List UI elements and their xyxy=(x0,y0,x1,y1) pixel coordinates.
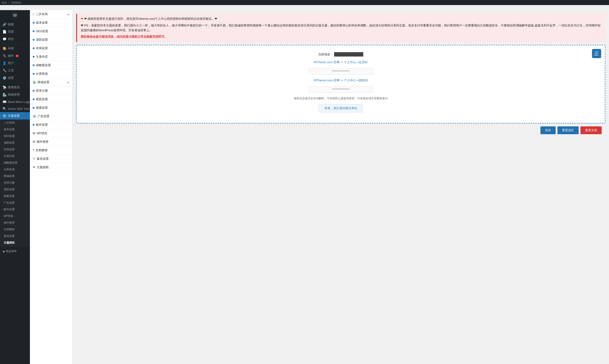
auth-code-link-row: RiTheme.com-官网 -> 个人中心->授权码 xyxy=(283,78,398,82)
admin-bar: 站点 | 访问站点 xyxy=(0,0,609,5)
auth-code-input[interactable] xyxy=(308,86,373,93)
collapse-menu[interactable]: ◀ 收起菜单 xyxy=(2,248,28,254)
admin-bar-visit[interactable]: 访问站点 xyxy=(11,1,21,4)
sub-item-13[interactable]: 广告设置 xyxy=(0,199,30,206)
dot-icon xyxy=(33,47,35,49)
sidebar-item-plugin[interactable]: 🔌 插件 1 xyxy=(0,52,30,60)
dot-icon xyxy=(33,90,35,92)
notice-box: ❤ ❤ 感谢您使用本主题进行创作，请先填写ritheme.com个人中心您的授权… xyxy=(76,14,605,42)
notice-highlight: 授权错误会提示错误消息，成功则显示授权正常后刷新页面即可。 xyxy=(81,35,602,39)
auth-box: 正 当前域名： ████████████ RiTheme.com-官网 -> 个… xyxy=(76,45,605,123)
sec-item-13[interactable]: ⚙️ 广告设置 xyxy=(30,112,72,121)
sidebar-item-seo-push[interactable]: 📡 搜索推送 xyxy=(0,84,30,91)
sub-item-15[interactable]: WP优化 xyxy=(0,213,30,220)
sidebar-item-appearance[interactable]: 🎨 外观 xyxy=(0,45,30,52)
sidebar-item-theme-settings[interactable]: ⚙️ 主题设置 xyxy=(0,112,30,119)
sub-item-18[interactable]: 备份设置 xyxy=(0,233,30,239)
sub-item-12[interactable]: 搜索设置 xyxy=(0,193,30,199)
shield-icon: 🛡 xyxy=(33,157,35,160)
activate-row: 恭喜，您已成功激活本站 xyxy=(283,104,398,112)
sec-item-2[interactable]: 基本设置 xyxy=(30,19,72,27)
sec-item-17[interactable]: ? 文档教程 xyxy=(30,146,72,155)
sec-item-6[interactable]: 文章内页 xyxy=(30,53,72,61)
save-button[interactable]: 保存 xyxy=(540,126,556,134)
reset-select-button[interactable]: 重置选区 xyxy=(557,126,579,134)
auth-form: 当前域名： ████████████ RiTheme.com-官网 -> 个人中… xyxy=(283,52,398,112)
sub-item-6[interactable]: 文章内页 xyxy=(0,153,30,159)
sidebar-item-smart-seo[interactable]: 🔍 Smart SEO Tool xyxy=(0,105,30,112)
dot-icon xyxy=(33,64,35,66)
domain-row: 当前域名： ████████████ xyxy=(283,52,398,56)
sub-item-5[interactable]: 布局设置 xyxy=(0,146,30,153)
sub-item-19[interactable]: 主题授权 xyxy=(0,239,30,246)
sub-item-8[interactable]: 分类筛选 xyxy=(0,166,30,173)
sidebar-item-chain[interactable]: 🔗 链接 xyxy=(0,21,30,28)
sec-item-15[interactable]: W WP优化 xyxy=(30,129,72,138)
sec-item-4[interactable]: 顶部设置 xyxy=(30,36,72,44)
dot-icon xyxy=(33,98,35,100)
activate-button[interactable]: 恭喜，您已成功激活本站 xyxy=(319,104,363,112)
member-id-input[interactable] xyxy=(308,68,373,75)
shop-icon: 🏪 xyxy=(33,81,36,84)
sec-item-3[interactable]: SEO设置 xyxy=(30,27,72,36)
domain-label: 当前域名： xyxy=(318,53,333,56)
sidebar-item-page[interactable]: 📄 页面 xyxy=(0,28,30,35)
sub-item-3[interactable]: SEO设置 xyxy=(0,133,30,140)
setting-icon: ⚙️ xyxy=(2,76,6,80)
sidebar-item-user[interactable]: 👤 用户 xyxy=(0,60,30,67)
admin-bar-site[interactable]: 站点 xyxy=(2,1,7,4)
sec-item-12[interactable]: 搜索设置 xyxy=(30,104,72,112)
shield-badge: 正 xyxy=(592,49,601,58)
sub-item-4[interactable]: 顶部设置 xyxy=(0,140,30,146)
sub-item-7[interactable]: 缩略图设置 xyxy=(0,159,30,166)
sub-sidebar: 二开布局 基本设置 SEO设置 顶部设置 布局设置 文章内页 缩略图设置 分类筛… xyxy=(0,119,30,246)
sub-item-16[interactable]: 插件推荐 xyxy=(0,220,30,226)
sub-item-9[interactable]: 商城设置 xyxy=(0,173,30,180)
dot-icon xyxy=(33,124,35,126)
sec-item-11[interactable]: 底部设置 xyxy=(30,95,72,104)
member-id-link[interactable]: RiTheme.com-官网 -> 个人中心->会员ID xyxy=(283,60,398,64)
member-id-link-row: RiTheme.com-官网 -> 个人中心->会员ID xyxy=(283,60,398,64)
secondary-sidebar: □ 二开布局 ▶ 基本设置 SEO设置 顶部设 xyxy=(30,10,72,364)
wp-icon: W xyxy=(33,132,35,135)
sub-item-14[interactable]: 邮件设置 xyxy=(0,206,30,213)
collapse-icon: ◀ xyxy=(2,250,4,253)
sub-item-2[interactable]: 基本设置 xyxy=(0,126,30,133)
sub-item-11[interactable]: 底部设置 xyxy=(0,186,30,193)
sidebar-item-shop[interactable]: 🏪 商城管理 xyxy=(0,91,30,98)
sec-item-19[interactable]: 👁 主题授权 xyxy=(30,163,72,172)
sec-item-14[interactable]: 邮件设置 xyxy=(30,121,72,129)
arrow-icon: ▶ xyxy=(68,81,69,84)
sub-item-10[interactable]: 登录注册 xyxy=(0,180,30,186)
plugin-badge: 1 xyxy=(16,54,19,57)
sec-item-8[interactable]: 分类筛选 xyxy=(30,70,72,78)
sec-item-9[interactable]: 🏪 商城设置 ▶ xyxy=(30,78,72,87)
sidebar-item-setting[interactable]: ⚙️ 设置 xyxy=(0,74,30,82)
sub-item-1[interactable]: 二开布局 xyxy=(0,119,30,126)
reset-all-button[interactable]: 重置全部 xyxy=(581,126,602,134)
dot-icon xyxy=(33,30,35,32)
sec-item-7[interactable]: 缩略图设置 xyxy=(30,61,72,70)
sec-item-18[interactable]: 🛡 备份设置 xyxy=(30,155,72,163)
seo-push-icon: 📡 xyxy=(2,86,6,89)
sec-item-16[interactable]: W 插件推荐 xyxy=(30,138,72,146)
member-id-input-row xyxy=(283,68,398,75)
sidebar-item-tool[interactable]: 🔧 工具 xyxy=(0,67,30,74)
sidebar-item-comment[interactable]: 💬 评论 xyxy=(0,35,30,43)
sec-item-1[interactable]: □ 二开布局 ▶ xyxy=(30,10,72,19)
wp-logo: W xyxy=(12,12,18,19)
plugin-icon: 🔌 xyxy=(2,54,6,58)
sec-item-5[interactable]: 布局设置 xyxy=(30,44,72,53)
arrow-icon: ▶ xyxy=(68,13,69,16)
dot-icon xyxy=(33,73,35,75)
dot-icon xyxy=(33,22,35,24)
read-more-icon: 📖 xyxy=(2,100,6,104)
sidebar-footer: ◀ 收起菜单 xyxy=(0,246,30,256)
comment-icon: 💬 xyxy=(2,37,6,41)
sidebar-item-read-more[interactable]: 📖 Read More Login xyxy=(0,98,30,105)
auth-code-link[interactable]: RiTheme.com-官网 -> 个人中心->授权码 xyxy=(283,78,398,82)
sub-item-17[interactable]: 文档教程 xyxy=(0,226,30,233)
appearance-icon: 🎨 xyxy=(2,47,6,50)
dot-icon xyxy=(33,56,35,58)
sec-item-10[interactable]: 登录注册 xyxy=(30,87,72,95)
